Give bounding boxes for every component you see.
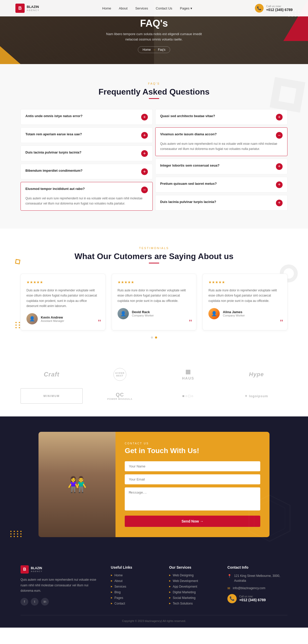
breadcrumb-current: Faq's bbox=[158, 48, 166, 52]
footer-logo: B BLAZIN AGENCY bbox=[21, 565, 101, 574]
faq-toggle-button[interactable]: + bbox=[276, 114, 283, 120]
faq-deco bbox=[270, 77, 305, 113]
testi-name: Kevin Andrew bbox=[41, 315, 64, 319]
contact-tag: CONTACT US bbox=[125, 442, 260, 445]
faq-item[interactable]: Pretium quisuam sed laoret metus? + bbox=[155, 177, 287, 192]
testi-avatar: 👤 bbox=[26, 313, 38, 324]
faq-item-open[interactable]: Eiusmod tempor incididunt aut rabo? − Qu… bbox=[21, 182, 153, 211]
faq-item-open[interactable]: Vivamus aorte iasum diama accon? − Quis … bbox=[155, 127, 287, 156]
contact-wrapper: 👫 CONTACT US Get in Touch With Us! Send … bbox=[38, 432, 270, 537]
faq-item[interactable]: Antis unde omnis istye natus error? + bbox=[21, 109, 153, 125]
footer: B BLAZIN AGENCY Quis autem vel eum iure … bbox=[0, 553, 308, 628]
nav-home[interactable]: Home bbox=[102, 6, 111, 10]
nav-pages[interactable]: Pages ▾ bbox=[180, 6, 192, 10]
faq-item[interactable]: Totam rem aperiam earue iesa uae? + bbox=[21, 127, 153, 143]
testi-role: Company Worker bbox=[132, 314, 154, 317]
footer-service-social[interactable]: Social Marketing bbox=[173, 596, 196, 600]
faq-item[interactable]: Duis lacinia pulvinar turpis lacinia? + bbox=[155, 195, 287, 211]
footer-link-about[interactable]: About bbox=[114, 579, 122, 583]
breadcrumb-home[interactable]: Home bbox=[143, 48, 151, 52]
faq-grid: Antis unde omnis istye natus error? + To… bbox=[21, 109, 287, 213]
footer-logo-icon: B bbox=[21, 565, 29, 574]
footer-call-label: Call us now: bbox=[239, 595, 266, 598]
footer-links-col: Useful Links Home About Services Blog Pa… bbox=[111, 565, 159, 607]
testi-title: What Our Cutomers are Saying About us bbox=[21, 252, 287, 261]
footer-service-tech[interactable]: Tech Solutions bbox=[173, 602, 193, 605]
call-label: Call us now: bbox=[266, 5, 293, 8]
faq-toggle-button[interactable]: + bbox=[141, 114, 148, 120]
testi-underline bbox=[149, 263, 159, 263]
list-item: Digital Marketing bbox=[169, 590, 217, 594]
faq-question: Quasi sed architecto beatae vitae? bbox=[160, 114, 218, 119]
footer-link-contact[interactable]: Contact bbox=[114, 602, 125, 605]
testi-name: Devid Rack bbox=[132, 310, 154, 314]
faq-toggle-button[interactable]: + bbox=[141, 132, 148, 139]
faq-question: Eiusmod tempor incididunt aut rabo? bbox=[25, 186, 141, 191]
footer-service-appdev[interactable]: App Development bbox=[173, 585, 197, 588]
list-item: Services bbox=[111, 585, 159, 588]
copyright-text: Copyright © 2023 blazinagency| All right… bbox=[122, 619, 186, 622]
faq-item[interactable]: Quasi sed architecto beatae vitae? + bbox=[155, 109, 287, 125]
carousel-dot[interactable] bbox=[151, 336, 153, 339]
faq-toggle-button[interactable]: + bbox=[276, 200, 283, 206]
footer-contact-col: Contact Info 📍 121 King Street Melbourne… bbox=[227, 565, 287, 607]
footer-call-number: +012 (345) 6789 bbox=[239, 598, 266, 602]
social-facebook[interactable]: f bbox=[21, 598, 28, 606]
faq-underline bbox=[149, 98, 159, 99]
faq-item[interactable]: Integer lobortis sem conseruat seua? + bbox=[155, 159, 287, 174]
footer-link-pages[interactable]: Pages bbox=[114, 596, 123, 600]
nav-contact[interactable]: Contact Us bbox=[156, 6, 172, 10]
social-instagram[interactable]: in bbox=[41, 598, 49, 606]
faq-toggle-button[interactable]: + bbox=[141, 168, 148, 175]
testi-role: Assistant Manager bbox=[41, 319, 64, 322]
list-item: Web Designing bbox=[169, 574, 217, 577]
faq-item[interactable]: Bibendum imperdiet condimentum? + bbox=[21, 164, 153, 179]
faq-section: FAQ'S Frequently Asked Questions Antis u… bbox=[0, 64, 308, 229]
list-item: App Development bbox=[169, 585, 217, 588]
contact-submit-button[interactable]: Send Now → bbox=[125, 516, 260, 527]
faq-toggle-button[interactable]: + bbox=[276, 163, 283, 170]
footer-link-services[interactable]: Services bbox=[114, 585, 126, 588]
brand-logoipsum: ✦ logoipsum bbox=[225, 388, 287, 404]
nav-services[interactable]: Services bbox=[135, 6, 148, 10]
footer-social: f t in bbox=[21, 598, 101, 606]
contact-email-input[interactable] bbox=[125, 474, 260, 484]
faq-toggle-button[interactable]: + bbox=[276, 181, 283, 188]
footer-link-home[interactable]: Home bbox=[114, 574, 123, 577]
footer-link-blog[interactable]: Blog bbox=[114, 590, 121, 594]
testi-text: Ruis aute irure dolor in reprehender vol… bbox=[118, 288, 191, 303]
faq-question: Vivamus aorte iasum diama accon? bbox=[160, 132, 276, 137]
faq-toggle-button[interactable]: − bbox=[276, 132, 283, 139]
footer-bottom: Copyright © 2023 blazinagency| All right… bbox=[21, 615, 287, 622]
footer-services-col: Our Services Web Designing Web Developme… bbox=[169, 565, 217, 607]
list-item: Home bbox=[111, 574, 159, 577]
faq-item[interactable]: Duis lacinia pulvinar turpis lacinia? + bbox=[21, 146, 153, 161]
faq-answer: Quis autem vel eum iure reprehenderit nu… bbox=[25, 196, 148, 206]
footer-about-text: Quis autem vel eum iure reprehenderit nu… bbox=[21, 577, 101, 594]
list-item: About bbox=[111, 579, 159, 583]
nav-about[interactable]: About bbox=[119, 6, 128, 10]
footer-links-title: Useful Links bbox=[111, 565, 159, 569]
footer-address-item: 📍 121 King Street Melbourne, 3000, Austr… bbox=[227, 574, 287, 583]
faq-question: Pretium quisuam sed laoret metus? bbox=[160, 181, 220, 186]
contact-dots-left bbox=[10, 531, 22, 537]
logo-name: BLAZIN bbox=[27, 5, 40, 9]
testi-author: 👤 Alina James Company Worker bbox=[208, 308, 282, 319]
testi-author: 👤 Kevin Andrew Assistant Manager bbox=[26, 313, 100, 324]
faq-question: Duis lacinia pulvinar turpis lacinia? bbox=[160, 199, 219, 205]
list-item: Tech Solutions bbox=[169, 602, 217, 605]
footer-service-digital[interactable]: Digital Marketing bbox=[173, 590, 196, 594]
contact-name-input[interactable] bbox=[125, 461, 260, 471]
svg-marker-0 bbox=[249, 495, 290, 541]
contact-message-textarea[interactable] bbox=[125, 487, 260, 510]
footer-service-webdev[interactable]: Web Development bbox=[173, 579, 198, 583]
faq-toggle-button[interactable]: − bbox=[141, 187, 148, 193]
social-twitter[interactable]: t bbox=[31, 598, 38, 606]
carousel-dot-active[interactable] bbox=[155, 336, 157, 339]
testi-card: ★★★★★ Ruis aute irure dolor in reprehend… bbox=[203, 274, 287, 331]
footer-service-webdesign[interactable]: Web Designing bbox=[173, 574, 194, 577]
brand-craft: Craft bbox=[21, 367, 83, 382]
footer-phone-icon: 📞 bbox=[227, 594, 237, 603]
footer-links-list: Home About Services Blog Pages Contact bbox=[111, 574, 159, 605]
faq-toggle-button[interactable]: + bbox=[141, 150, 148, 157]
